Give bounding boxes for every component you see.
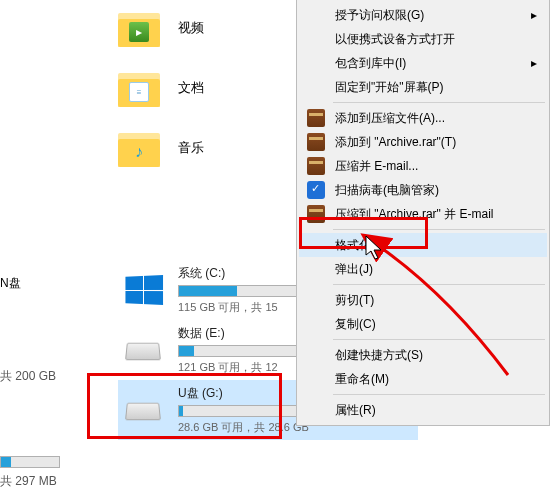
drive-label: 系统 (C:) bbox=[178, 265, 308, 282]
menu-open-portable[interactable]: 以便携式设备方式打开 bbox=[299, 27, 547, 51]
menu-separator bbox=[333, 339, 545, 340]
menu-add-archive[interactable]: 添加到压缩文件(A)... bbox=[299, 106, 547, 130]
rar-icon bbox=[307, 205, 325, 223]
folder-icon: ≡ bbox=[118, 67, 160, 109]
context-menu: 授予访问权限(G)▸ 以便携式设备方式打开 包含到库中(I)▸ 固定到"开始"屏… bbox=[296, 0, 550, 426]
menu-rename[interactable]: 重命名(M) bbox=[299, 367, 547, 391]
hdd-icon bbox=[124, 336, 162, 364]
video-icon: ▸ bbox=[129, 22, 149, 42]
sidebar-bar bbox=[0, 456, 60, 468]
menu-eject[interactable]: 弹出(J) bbox=[299, 257, 547, 281]
menu-compress-rar-email[interactable]: 压缩到 "Archive.rar" 并 E-mail bbox=[299, 202, 547, 226]
rar-icon bbox=[307, 109, 325, 127]
menu-separator bbox=[333, 229, 545, 230]
menu-separator bbox=[333, 394, 545, 395]
capacity-bar bbox=[178, 345, 308, 357]
shield-icon bbox=[307, 181, 325, 199]
drive-label: 数据 (E:) bbox=[178, 325, 308, 342]
sidebar-fragment: N盘 bbox=[0, 275, 21, 292]
capacity-bar bbox=[178, 405, 308, 417]
menu-include-library[interactable]: 包含到库中(I)▸ bbox=[299, 51, 547, 75]
windows-icon bbox=[125, 275, 163, 305]
sidebar-capacity: 共 200 GB bbox=[0, 368, 56, 385]
folder-icon: ▸ bbox=[118, 7, 160, 49]
drive-capacity: 115 GB 可用，共 15 bbox=[178, 300, 308, 315]
menu-add-archive-rar[interactable]: 添加到 "Archive.rar"(T) bbox=[299, 130, 547, 154]
menu-create-shortcut[interactable]: 创建快捷方式(S) bbox=[299, 343, 547, 367]
document-icon: ≡ bbox=[129, 82, 149, 102]
menu-properties[interactable]: 属性(R) bbox=[299, 398, 547, 422]
sidebar-capacity: 共 297 MB bbox=[0, 473, 57, 490]
drive-label: U盘 (G:) bbox=[178, 385, 309, 402]
folder-videos[interactable]: ▸ 视频 bbox=[118, 0, 298, 56]
menu-separator bbox=[333, 102, 545, 103]
menu-cut[interactable]: 剪切(T) bbox=[299, 288, 547, 312]
capacity-bar bbox=[178, 285, 308, 297]
rar-icon bbox=[307, 133, 325, 151]
menu-scan-virus[interactable]: 扫描病毒(电脑管家) bbox=[299, 178, 547, 202]
folder-music[interactable]: ♪ 音乐 bbox=[118, 120, 298, 176]
folder-label: 音乐 bbox=[178, 139, 204, 157]
menu-separator bbox=[333, 284, 545, 285]
drive-capacity: 28.6 GB 可用，共 28.6 GB bbox=[178, 420, 309, 435]
drive-capacity: 121 GB 可用，共 12 bbox=[178, 360, 308, 375]
folder-icon: ♪ bbox=[118, 127, 160, 169]
rar-icon bbox=[307, 157, 325, 175]
folder-documents[interactable]: ≡ 文档 bbox=[118, 60, 298, 116]
menu-compress-email[interactable]: 压缩并 E-mail... bbox=[299, 154, 547, 178]
menu-copy[interactable]: 复制(C) bbox=[299, 312, 547, 336]
folder-label: 视频 bbox=[178, 19, 204, 37]
hdd-icon bbox=[124, 396, 162, 424]
menu-pin-start[interactable]: 固定到"开始"屏幕(P) bbox=[299, 75, 547, 99]
menu-grant-access[interactable]: 授予访问权限(G)▸ bbox=[299, 3, 547, 27]
folder-label: 文档 bbox=[178, 79, 204, 97]
music-icon: ♪ bbox=[129, 142, 149, 162]
menu-format[interactable]: 格式化(A)... bbox=[299, 233, 547, 257]
